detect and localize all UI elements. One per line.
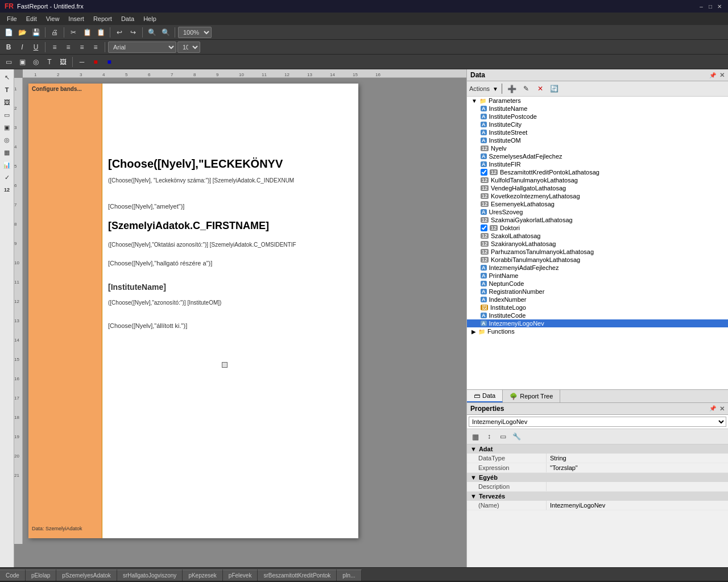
prop-value-description[interactable] (547, 482, 728, 491)
tree-item-registrationnumber[interactable]: A RegistrationNumber (467, 288, 728, 296)
text-tool[interactable]: T (1, 84, 13, 95)
data-delete-btn[interactable]: ✕ (534, 82, 547, 95)
chart-tool[interactable]: 📊 (1, 159, 13, 171)
check-tool[interactable]: ✓ (1, 172, 13, 183)
data-tree[interactable]: ▼ 📁 Parameters A InstituteName A Institu… (467, 97, 728, 389)
draw-btn3[interactable]: ◎ (30, 56, 42, 68)
copy-btn[interactable]: 📋 (81, 26, 93, 39)
close-button[interactable]: ✕ (715, 2, 723, 10)
properties-close[interactable]: ✕ (719, 405, 725, 413)
tab-srhallgatojogviszony[interactable]: srHallgatoJogviszony (117, 569, 183, 581)
frame-tool[interactable]: ▣ (1, 122, 13, 133)
tree-item-institutestreet[interactable]: A InstituteStreet (467, 128, 728, 136)
line-btn[interactable]: ─ (76, 56, 88, 68)
tree-item-institutelogo[interactable]: 🖼 InstituteLogo (467, 304, 728, 311)
tree-item-printname[interactable]: A PrintName (467, 272, 728, 280)
checkbox-doktori[interactable] (481, 225, 487, 231)
prop-btn-tool[interactable]: 🔧 (510, 430, 523, 443)
tab-report-tree[interactable]: 🌳 Report Tree (503, 390, 560, 402)
tab-srbeszamitottkreditpontok[interactable]: srBeszamitottKreditPontok (258, 569, 337, 581)
tree-item-kulftanulmanyok[interactable]: 12 KulfoldTanulmanyokLathatosag (467, 176, 728, 184)
color-btn[interactable]: ■ (89, 56, 102, 68)
tree-item-parhuzamos[interactable]: 12 ParhuzamosTanulmanyokLathatosag (467, 248, 728, 256)
tree-item-uressz[interactable]: A UresSzoveg (467, 208, 728, 216)
tree-item-institutepostcode[interactable]: A InstitutePostcode (467, 113, 728, 120)
data-panel-close[interactable]: ✕ (719, 72, 725, 79)
print-btn[interactable]: 🖨 (48, 26, 61, 39)
draw-btn4[interactable]: T (43, 56, 56, 68)
tree-item-doktori[interactable]: 12 Doktori (467, 224, 728, 232)
cut-btn[interactable]: ✂ (67, 26, 80, 39)
draw-btn5[interactable]: 🖼 (57, 56, 69, 68)
prop-btn-grid[interactable]: ▦ (469, 430, 482, 443)
canvas-area[interactable]: 1 2 3 4 5 6 7 8 9 10 11 12 13 14 15 16 (14, 69, 466, 567)
tree-item-kovetkezointezmeny[interactable]: 12 KovetkezoIntezmenyLathatosag (467, 192, 728, 200)
tree-item-indexnumber[interactable]: A IndexNumber (467, 296, 728, 304)
tab-pfelevek[interactable]: pFelevek (223, 569, 258, 581)
table-tool[interactable]: ▦ (1, 147, 13, 158)
open-btn[interactable]: 📂 (16, 26, 28, 39)
prop-group-adat[interactable]: ▼ Adat (467, 444, 728, 454)
properties-item-select[interactable]: IntezmenyiLogoNev (469, 417, 726, 427)
menu-data[interactable]: Data (117, 14, 139, 23)
circle-tool[interactable]: ◎ (1, 134, 13, 146)
draw-btn2[interactable]: ▣ (16, 56, 28, 68)
new-btn[interactable]: 📄 (2, 26, 15, 39)
font-dropdown[interactable]: Arial (108, 41, 176, 53)
zoom-out-btn[interactable]: 🔍 (159, 26, 172, 39)
tree-functions-folder[interactable]: ▶ 📁 Functions (467, 327, 728, 335)
align-justify-btn[interactable]: ≡ (89, 41, 102, 53)
title-controls[interactable]: – □ ✕ (697, 2, 723, 10)
tab-pszemelyesadatok[interactable]: pSzemelyesAdatok (56, 569, 117, 581)
tree-item-nyelv[interactable]: 12 Nyelv (467, 144, 728, 152)
prop-value-name[interactable]: IntezmenyiLogoNev (547, 501, 728, 510)
tree-item-instituteom[interactable]: A InstituteOM (467, 136, 728, 144)
tab-pkepzesek[interactable]: pKepzesek (183, 569, 222, 581)
prop-btn-sort[interactable]: ↕ (483, 430, 495, 443)
tree-item-intezmenyilognev[interactable]: A IntezmenyiLogoNev (467, 319, 728, 327)
properties-pin[interactable]: 📌 (709, 405, 716, 413)
tree-item-szakiranyoklath[interactable]: 12 SzakiranyokLathatosag (467, 240, 728, 248)
rect-tool[interactable]: ▭ (1, 109, 13, 120)
select-tool[interactable]: ↖ (1, 72, 13, 83)
data-edit-btn[interactable]: ✎ (520, 82, 532, 95)
tab-pin[interactable]: pIn... (337, 569, 361, 581)
tab-pelolap[interactable]: pElolap (26, 569, 56, 581)
fill-btn[interactable]: ■ (103, 56, 115, 68)
prop-group-egyeb[interactable]: ▼ Egyéb (467, 473, 728, 482)
tree-item-institutecode[interactable]: A InstituteCode (467, 311, 728, 319)
tree-item-institutefir[interactable]: A InstituteFIR (467, 160, 728, 168)
save-btn[interactable]: 💾 (30, 26, 42, 39)
maximize-button[interactable]: □ (706, 2, 714, 10)
menu-file[interactable]: File (2, 14, 22, 23)
tree-item-neptuncode[interactable]: A NeptunCode (467, 280, 728, 288)
prop-btn-expand[interactable]: ▭ (497, 430, 509, 443)
underline-btn[interactable]: U (30, 41, 42, 53)
fontsize-dropdown[interactable]: 10 12 14 (177, 41, 200, 53)
tree-item-szakollath[interactable]: 12 SzakolLathatosag (467, 232, 728, 240)
actions-dropdown-icon[interactable]: ▼ (493, 86, 498, 92)
tree-item-vendeghalllath[interactable]: 12 VendegHallgatoLathatosag (467, 184, 728, 192)
data-add-btn[interactable]: ➕ (506, 82, 518, 95)
menu-edit[interactable]: Edit (22, 14, 42, 23)
prop-group-tervezes[interactable]: ▼ Tervezés (467, 492, 728, 501)
draw-btn1[interactable]: ▭ (2, 56, 15, 68)
zoom-dropdown[interactable]: 100% 75% 50% 150% (178, 27, 212, 38)
menu-help[interactable]: Help (139, 14, 161, 23)
tree-item-esemenyeklath[interactable]: 12 EsemenyekLathatosag (467, 200, 728, 208)
tree-item-szakmaigylath[interactable]: 12 SzakmaiGyakorlatLathatosag (467, 216, 728, 224)
undo-btn[interactable]: ↩ (113, 26, 126, 39)
bold-btn[interactable]: B (2, 41, 15, 53)
tree-item-korabbitnalmanyok[interactable]: 12 KorabbiTanulmanyokLathatosag (467, 256, 728, 264)
align-right-btn[interactable]: ≡ (76, 41, 88, 53)
redo-btn[interactable]: ↪ (127, 26, 139, 39)
tab-data[interactable]: 🗃 Data (467, 390, 503, 402)
prop-value-expression[interactable]: "Torzslap" (547, 463, 728, 472)
configure-bands-label[interactable]: Configure bands... (30, 85, 84, 93)
num-tool[interactable]: 12 (1, 184, 13, 196)
picture-tool[interactable]: 🖼 (1, 97, 13, 108)
data-panel-pin[interactable]: 📌 (709, 72, 716, 78)
tree-parameters-folder[interactable]: ▼ 📁 Parameters (467, 97, 728, 105)
minimize-button[interactable]: – (697, 2, 705, 10)
tree-item-intezmenyiadatfejlechez[interactable]: A IntezmenyiAdatFejlechez (467, 264, 728, 272)
